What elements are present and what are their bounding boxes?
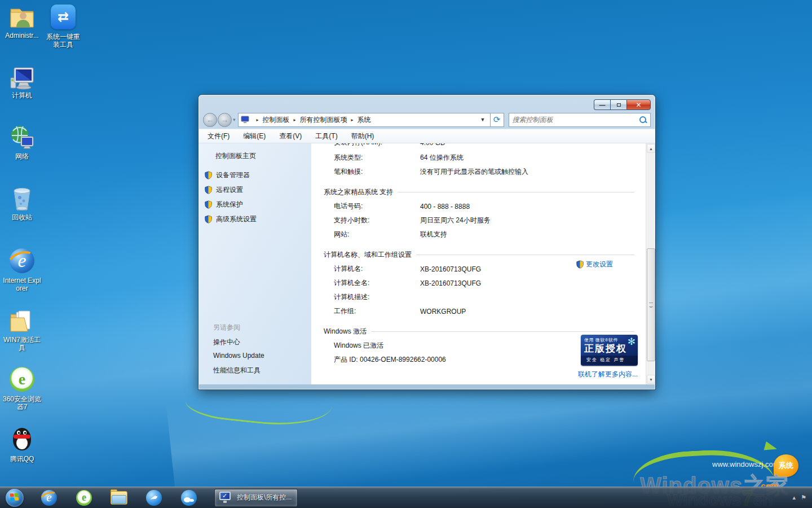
row-label: 计算机描述: bbox=[334, 292, 420, 302]
minimize-button[interactable]: — bbox=[594, 99, 610, 110]
sidebar-item-action-center[interactable]: 操作中心 bbox=[213, 338, 240, 347]
sidebar-item-windows-update[interactable]: Windows Update bbox=[213, 352, 264, 360]
menu-edit[interactable]: 编辑(E) bbox=[243, 132, 266, 141]
explorer-folder-icon bbox=[111, 491, 127, 505]
spec-label: 系统类型: bbox=[334, 153, 420, 163]
desktop-icon-label: WIN7激活工具 bbox=[1, 336, 43, 352]
close-button[interactable]: ✕ bbox=[626, 99, 651, 110]
scrollbar-grip bbox=[649, 303, 653, 307]
sidebar-item-advanced-settings[interactable]: 高级系统设置 bbox=[204, 214, 257, 224]
desktop-icon-recycle-bin[interactable]: 回收站 bbox=[1, 185, 43, 221]
start-button[interactable] bbox=[6, 489, 24, 507]
support-label: 电话号码: bbox=[334, 202, 420, 211]
taskbar-windows-explorer[interactable] bbox=[109, 489, 129, 506]
breadcrumb-separator: ▸ bbox=[351, 117, 354, 122]
sidebar-item-control-panel-home[interactable]: 控制面板主页 bbox=[215, 151, 256, 161]
vertical-scrollbar[interactable]: ▲ ▼ bbox=[646, 143, 655, 384]
genuine-microsoft-badge: 使用 微软®软件 正版授权 安全 稳定 声誉 ✻ bbox=[581, 335, 638, 366]
desktop-icon-reinstall-tool[interactable]: ⇄ 系统一键重装工具 bbox=[44, 3, 82, 49]
taskbar-internet-explorer[interactable]: e bbox=[39, 489, 59, 506]
sidebar-item-label: 设备管理器 bbox=[216, 170, 250, 180]
uac-shield-icon bbox=[204, 200, 213, 209]
refresh-button[interactable]: ⟳ bbox=[491, 113, 504, 127]
back-button[interactable]: ← bbox=[203, 113, 217, 127]
menu-tools[interactable]: 工具(T) bbox=[315, 132, 337, 141]
breadcrumb-separator: ▸ bbox=[294, 117, 296, 122]
sidebar-item-remote-settings[interactable]: 远程设置 bbox=[204, 185, 243, 195]
computer-fullname-row: 计算机全名: XB-20160713QUFG bbox=[311, 276, 646, 290]
desktop-icon-tencent-qq[interactable]: 腾讯QQ bbox=[1, 427, 43, 463]
sidebar-item-performance-tools[interactable]: 性能信息和工具 bbox=[213, 366, 261, 375]
desktop-icon-administrator[interactable]: Administr... bbox=[1, 3, 43, 40]
scrollbar-thumb[interactable] bbox=[647, 248, 655, 361]
uac-shield-icon bbox=[204, 186, 213, 194]
system-control-panel-window: — ✕ ← → ▾ ▸ 控制面板 ▸ 所有控制面板项 ▸ 系统 ▼ bbox=[198, 95, 655, 389]
section-header-support: 系统之家精品系统 支持 bbox=[324, 187, 634, 197]
sidebar-item-label: 系统保护 bbox=[216, 200, 243, 209]
compass-browser-icon bbox=[146, 490, 162, 506]
history-dropdown-icon[interactable]: ▾ bbox=[233, 117, 236, 122]
change-settings-link[interactable]: 更改设置 bbox=[576, 260, 613, 269]
address-computer-icon bbox=[241, 116, 250, 124]
badge-star-icon: ✻ bbox=[628, 336, 636, 348]
breadcrumb-system[interactable]: 系统 bbox=[358, 115, 371, 125]
ie-icon: e bbox=[8, 248, 36, 275]
row-label: 工作组: bbox=[334, 306, 420, 316]
desktop-icon-label: 网络 bbox=[1, 152, 43, 160]
row-value: XB-20160713QUFG bbox=[420, 279, 481, 287]
sidebar-item-device-manager[interactable]: 设备管理器 bbox=[204, 170, 250, 180]
breadcrumb-separator: ▸ bbox=[257, 117, 259, 122]
address-dropdown-icon[interactable]: ▼ bbox=[478, 117, 488, 122]
menu-view[interactable]: 查看(V) bbox=[279, 132, 302, 141]
taskbar-360-browser[interactable]: e bbox=[74, 489, 94, 506]
search-input[interactable] bbox=[513, 116, 639, 124]
activation-status: Windows 已激活 bbox=[334, 341, 383, 351]
desktop-icon-label: 360安全浏览器7 bbox=[1, 395, 43, 411]
restore-button[interactable] bbox=[610, 99, 626, 110]
spec-value: 64 位操作系统 bbox=[420, 153, 464, 163]
support-row: 支持小时数: 周日至周六 24小时服务 bbox=[311, 213, 646, 227]
title-bar[interactable]: — ✕ bbox=[198, 95, 655, 111]
hidden-icons-chevron-icon[interactable]: ▴ bbox=[793, 494, 796, 501]
scroll-down-icon[interactable]: ▼ bbox=[647, 375, 655, 384]
taskbar-compass-browser[interactable] bbox=[144, 489, 164, 506]
address-bar[interactable]: ▸ 控制面板 ▸ 所有控制面板项 ▸ 系统 ▼ bbox=[238, 113, 491, 127]
desktop-icon-computer[interactable]: 计算机 bbox=[1, 63, 43, 99]
sidebar-item-label: 高级系统设置 bbox=[216, 214, 257, 224]
row-label: 计算机全名: bbox=[334, 278, 420, 288]
support-label: 网站: bbox=[334, 230, 420, 239]
desktop-icon-label: 腾讯QQ bbox=[1, 455, 43, 463]
menu-file[interactable]: 文件(F) bbox=[208, 132, 230, 141]
desktop-icon-internet-explorer[interactable]: e Internet Explorer bbox=[1, 247, 43, 292]
product-id: 产品 ID: 00426-OEM-8992662-00006 bbox=[334, 355, 446, 365]
menu-bar: 文件(F) 编辑(E) 查看(V) 工具(T) 帮助(H) bbox=[198, 129, 655, 143]
badge-line3: 安全 稳定 声誉 bbox=[581, 356, 638, 365]
menu-help[interactable]: 帮助(H) bbox=[351, 132, 374, 141]
taskbar-active-window-button[interactable]: ✓ 控制面板\所有控... bbox=[214, 489, 298, 507]
qq-icon bbox=[8, 427, 36, 454]
search-box[interactable] bbox=[509, 113, 651, 127]
scroll-up-icon[interactable]: ▲ bbox=[647, 144, 655, 153]
online-support-link[interactable]: 联机支持 bbox=[420, 230, 447, 239]
computer-icon bbox=[8, 63, 36, 90]
breadcrumb-all-items[interactable]: 所有控制面板项 bbox=[300, 115, 347, 125]
spec-row: 系统类型: 64 位操作系统 bbox=[311, 151, 646, 165]
action-center-flag-icon[interactable]: ⚑ bbox=[801, 494, 806, 501]
desktop-icon-360-browser[interactable]: e 360安全浏览器7 bbox=[1, 366, 43, 411]
breadcrumb-control-panel[interactable]: 控制面板 bbox=[263, 115, 290, 125]
watermark-system-badge: 系统 bbox=[774, 454, 798, 477]
desktop-icon-network[interactable]: 网络 bbox=[1, 124, 43, 160]
system-tray: ▴ ⚑ bbox=[793, 494, 806, 501]
taskbar-qq-browser[interactable] bbox=[179, 489, 198, 506]
windows-flag-icon bbox=[10, 493, 19, 502]
desktop-icon-label: 系统一键重装工具 bbox=[44, 33, 82, 49]
change-settings-label: 更改设置 bbox=[586, 260, 613, 269]
recycle-bin-icon bbox=[8, 185, 36, 212]
desktop-icon-label: Internet Explorer bbox=[1, 277, 43, 292]
spec-value: 4.00 GB bbox=[420, 143, 445, 147]
sidebar-item-system-protection[interactable]: 系统保护 bbox=[204, 200, 243, 209]
learn-more-online-link[interactable]: 联机了解更多内容... bbox=[578, 370, 638, 379]
forward-button[interactable]: → bbox=[218, 113, 232, 127]
network-icon bbox=[8, 124, 36, 151]
desktop-icon-win7-activator[interactable]: WIN7激活工具 bbox=[1, 308, 43, 352]
